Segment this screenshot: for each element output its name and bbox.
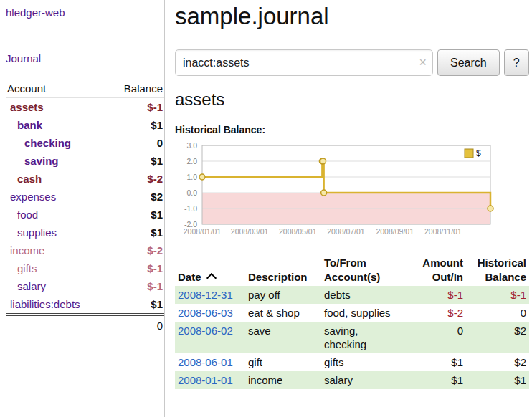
register-amount-cell: 0	[410, 322, 466, 353]
register-date-link[interactable]: 2008-01-01	[178, 374, 233, 386]
accounts-total-row: 0	[6, 315, 164, 335]
account-link-liabilities-debts[interactable]: liabilities:debts	[10, 298, 80, 310]
svg-text:-1.0: -1.0	[184, 204, 197, 213]
register-accounts-cell: salary	[321, 371, 410, 389]
register-accounts-cell: food, supplies	[321, 304, 410, 322]
journal-title: sample.journal	[175, 3, 529, 30]
account-name-cell: gifts	[6, 259, 108, 277]
account-name-cell: income	[6, 241, 108, 259]
account-balance: $-1	[108, 98, 164, 117]
account-name-cell: checking	[6, 134, 108, 152]
account-row: liabilities:debts$1	[6, 295, 164, 315]
account-link-cash[interactable]: cash	[17, 173, 42, 185]
search-box: ×	[175, 49, 433, 76]
account-balance: $2	[108, 188, 164, 206]
register-header-row: DateDescriptionTo/FromAccount(s)AmountOu…	[175, 254, 529, 286]
register-date-cell: 2008-01-01	[175, 371, 245, 389]
clear-search-icon[interactable]: ×	[419, 55, 427, 70]
svg-text:3.0: 3.0	[186, 141, 197, 150]
account-balance: $-2	[108, 241, 164, 259]
account-row: food$1	[6, 206, 164, 224]
account-link-salary[interactable]: salary	[17, 280, 46, 292]
svg-text:1.0: 1.0	[186, 173, 197, 181]
account-row: bank$1	[6, 116, 164, 134]
register-description-cell: eat & shop	[245, 304, 321, 322]
chart-svg: 3.02.01.00.0-1.0-2.02008/01/012008/03/01…	[175, 140, 503, 243]
register-description-cell: income	[245, 371, 321, 389]
historical-balance-chart: 3.02.01.00.0-1.0-2.02008/01/012008/03/01…	[175, 140, 529, 243]
account-balance: $-1	[108, 259, 164, 277]
account-name-cell: food	[6, 206, 108, 224]
balance-column-header: Balance	[108, 80, 164, 98]
account-name-cell: assets	[6, 98, 108, 117]
main-content: sample.journal × Search ? assets Histori…	[165, 0, 532, 417]
search-button[interactable]: Search	[437, 49, 500, 76]
register-date-link[interactable]: 2008-06-01	[178, 356, 233, 368]
register-date-link[interactable]: 2008-06-03	[178, 307, 233, 319]
account-balance: $1	[108, 224, 164, 241]
svg-text:2008/03/01: 2008/03/01	[231, 227, 269, 236]
account-link-assets[interactable]: assets	[10, 101, 44, 113]
register-amount-cell: $-1	[410, 286, 466, 304]
register-accounts-cell: debts	[321, 286, 410, 304]
sort-ascending-icon	[206, 273, 216, 283]
account-heading: assets	[175, 90, 529, 110]
svg-text:$: $	[476, 148, 481, 158]
register-header-historical: HistoricalBalance	[466, 254, 529, 286]
account-row: checking0	[6, 134, 164, 152]
register-row: 2008-06-02savesaving, checking0$2	[175, 322, 529, 353]
account-link-food[interactable]: food	[17, 208, 38, 221]
svg-text:2008/07/01: 2008/07/01	[327, 227, 365, 236]
account-link-expenses[interactable]: expenses	[10, 191, 56, 203]
sidebar: hledger-web Journal Account Balance asse…	[0, 0, 165, 417]
account-name-cell: expenses	[6, 188, 108, 206]
account-name-cell: cash	[6, 170, 108, 188]
register-amount-cell: $1	[410, 353, 466, 371]
search-input[interactable]	[175, 49, 433, 76]
register-amount-cell: $-2	[410, 304, 466, 322]
accounts-total-balance: 0	[108, 315, 164, 335]
search-bar: × Search ?	[175, 49, 529, 76]
account-row: expenses$2	[6, 188, 164, 206]
account-name-cell: bank	[6, 116, 108, 134]
account-column-header: Account	[6, 80, 108, 98]
register-row: 2008-01-01incomesalary$1$1	[175, 371, 529, 389]
accounts-total-spacer	[6, 315, 108, 335]
register-description-cell: gift	[245, 353, 321, 371]
register-table: DateDescriptionTo/FromAccount(s)AmountOu…	[175, 254, 529, 389]
account-name-cell: salary	[6, 277, 108, 295]
help-button[interactable]: ?	[504, 49, 529, 76]
svg-text:0.0: 0.0	[186, 188, 197, 197]
register-header-date[interactable]: Date	[175, 254, 245, 286]
register-date-link[interactable]: 2008-06-02	[178, 325, 233, 337]
account-balance: $-2	[108, 170, 164, 188]
accounts-table: Account Balance assets$-1bank$1checking0…	[6, 80, 164, 335]
account-link-gifts[interactable]: gifts	[17, 262, 37, 274]
register-row: 2008-06-01giftgifts$1$2	[175, 353, 529, 371]
hledger-web-app: hledger-web Journal Account Balance asse…	[0, 0, 532, 417]
journal-nav-link[interactable]: Journal	[6, 52, 41, 64]
svg-text:2008/05/01: 2008/05/01	[279, 227, 317, 236]
register-description-cell: pay off	[245, 286, 321, 304]
account-link-bank[interactable]: bank	[17, 119, 42, 131]
register-amount-cell: $1	[410, 371, 466, 389]
account-link-supplies[interactable]: supplies	[17, 226, 57, 239]
register-row: 2008-12-31pay offdebts$-1$-1	[175, 286, 529, 304]
register-balance-cell: $2	[466, 353, 529, 371]
account-name-cell: saving	[6, 152, 108, 170]
register-description-cell: save	[245, 322, 321, 353]
account-name-cell: supplies	[6, 224, 108, 241]
svg-text:2008/01/01: 2008/01/01	[184, 227, 222, 236]
register-date-link[interactable]: 2008-12-31	[178, 289, 233, 301]
account-row: assets$-1	[6, 98, 164, 117]
account-link-checking[interactable]: checking	[24, 137, 71, 149]
account-link-income[interactable]: income	[10, 244, 44, 257]
account-row: saving$1	[6, 152, 164, 170]
register-balance-cell: $-1	[466, 286, 529, 304]
account-link-saving[interactable]: saving	[24, 155, 59, 167]
register-date-cell: 2008-06-01	[175, 353, 245, 371]
account-row: cash$-2	[6, 170, 164, 188]
register-date-cell: 2008-06-03	[175, 304, 245, 322]
app-title-link[interactable]: hledger-web	[6, 6, 65, 19]
svg-text:2008/11/01: 2008/11/01	[424, 227, 462, 236]
